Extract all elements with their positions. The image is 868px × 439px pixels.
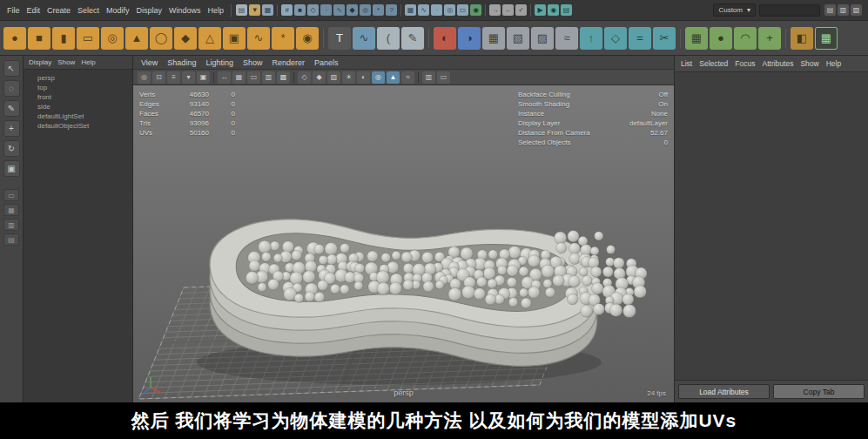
shelf-platonic-solid[interactable]: ◆ — [174, 27, 197, 50]
shelf-sculpt-smooth[interactable]: ◠ — [734, 27, 757, 50]
snap-point-icon[interactable]: ∙ — [431, 4, 442, 16]
film-gate-icon[interactable]: ▭ — [247, 71, 260, 84]
menu-select[interactable]: Select — [74, 4, 103, 17]
shelf-pencil-curve-tool[interactable]: ✎ — [401, 27, 424, 50]
snap-curve-icon[interactable]: ∿ — [418, 4, 429, 16]
screen-space-ao-icon[interactable]: ◎ — [372, 71, 385, 84]
shadows-icon[interactable]: ◐ — [357, 71, 370, 84]
shelf-sculpt-brush[interactable]: ● — [710, 27, 732, 50]
gate-mask-icon[interactable]: ▩ — [277, 71, 290, 84]
layout-hypershade[interactable]: ▤ — [3, 233, 19, 246]
snap-view-plane-icon[interactable]: ▭ — [457, 4, 468, 16]
vp-menu-panels[interactable]: Panels — [314, 58, 339, 67]
paint-select-tool[interactable]: ✎ — [3, 100, 20, 117]
shelf-poly-cone[interactable]: ▲ — [125, 27, 148, 50]
toggle-tool-settings-icon[interactable]: ▥ — [838, 4, 849, 16]
shelf-poly-cylinder[interactable]: ▮ — [52, 27, 75, 50]
shelf-bevel[interactable]: ◇ — [604, 27, 627, 50]
outliner-item-top[interactable]: top — [24, 83, 132, 92]
output-connections-icon[interactable]: ← — [502, 4, 514, 16]
menu-modify[interactable]: Modify — [103, 4, 133, 17]
image-plane-icon[interactable]: ▣ — [197, 71, 210, 84]
load-attributes-button[interactable]: Load Attributes — [678, 384, 770, 399]
mask-deformations-icon[interactable]: ◎ — [360, 4, 371, 16]
shelf-poly-disc[interactable]: ◯ — [150, 27, 172, 50]
vp-menu-lighting[interactable]: Lighting — [205, 58, 233, 67]
shelf-separate[interactable]: ▧ — [507, 27, 529, 50]
outliner-item-front[interactable]: front — [24, 92, 132, 102]
mask-surfaces-icon[interactable]: ◆ — [347, 4, 358, 16]
shelf-bridge[interactable]: = — [629, 27, 651, 50]
lasso-tool[interactable]: ◌ — [3, 80, 20, 97]
mask-points-icon[interactable]: ∙ — [320, 4, 332, 16]
render-frame-icon[interactable]: ▶ — [535, 4, 546, 16]
quick-select-input[interactable] — [759, 4, 820, 17]
shelf-smooth[interactable]: ≈ — [555, 27, 578, 50]
shelf-sculpt-grab[interactable]: + — [758, 27, 781, 50]
shelf-poly-torus[interactable]: ◎ — [101, 27, 124, 50]
outliner-menu-display[interactable]: Display — [29, 58, 51, 66]
textured-icon[interactable]: ▨ — [327, 71, 340, 84]
vp-menu-show[interactable]: Show — [243, 58, 263, 67]
menu-create[interactable]: Create — [44, 4, 74, 17]
lock-camera-icon[interactable]: ⊡ — [152, 71, 165, 84]
ae-menu-attributes[interactable]: Attributes — [762, 59, 793, 68]
input-connections-icon[interactable]: → — [489, 4, 501, 16]
motion-blur-icon[interactable]: ≈ — [401, 71, 414, 84]
snap-grid-icon[interactable]: ▦ — [405, 4, 416, 16]
resolution-gate-icon[interactable]: ▥ — [262, 71, 275, 84]
outliner-item-defaultObjectSet[interactable]: defaultObjectSet — [24, 121, 132, 131]
open-scene-icon[interactable]: ▼ — [249, 4, 260, 16]
save-scene-icon[interactable]: ▦ — [262, 4, 273, 16]
mask-dynamics-icon[interactable]: * — [373, 4, 384, 16]
shelf-ep-curve-tool[interactable]: ( — [377, 27, 400, 50]
shelf-mirror[interactable]: ◧ — [791, 27, 813, 50]
bookmarks-icon[interactable]: ▾ — [182, 71, 195, 84]
outliner-item-defaultLightSet[interactable]: defaultLightSet — [24, 111, 132, 121]
toggle-attribute-editor-icon[interactable]: ▤ — [824, 4, 836, 16]
move-tool[interactable]: + — [3, 120, 20, 137]
ae-menu-list[interactable]: List — [681, 59, 692, 68]
shelf-quad-draw[interactable]: ▦ — [685, 27, 708, 50]
copy-tab-button[interactable]: Copy Tab — [773, 384, 865, 399]
outliner-menu-help[interactable]: Help — [81, 58, 95, 66]
2d-pan-zoom-icon[interactable]: ↔ — [218, 71, 231, 84]
outliner-item-side[interactable]: side — [24, 102, 132, 111]
mask-curves-icon[interactable]: ∿ — [333, 4, 345, 16]
shelf-poly-helix[interactable]: ∿ — [247, 27, 270, 50]
select-tool[interactable]: ↖ — [3, 60, 20, 77]
mask-misc-icon[interactable]: ? — [386, 4, 397, 16]
scale-tool[interactable]: ▣ — [3, 160, 20, 177]
grid-toggle-icon[interactable]: ▦ — [232, 71, 246, 84]
ae-menu-focus[interactable]: Focus — [735, 59, 755, 68]
select-camera-icon[interactable]: ◎ — [138, 71, 151, 84]
outliner-menu-show[interactable]: Show — [57, 58, 75, 66]
new-scene-icon[interactable]: ▤ — [236, 4, 247, 16]
shelf-sweep-mesh[interactable]: ∿ — [353, 27, 375, 50]
shelf-poly-sphere[interactable]: ● — [3, 27, 26, 50]
layout-four-pane[interactable]: ▦ — [3, 204, 19, 216]
shelf-poly-text[interactable]: T — [328, 27, 351, 50]
snap-projected-center-icon[interactable]: ◎ — [444, 4, 455, 16]
menu-file[interactable]: File — [3, 4, 24, 17]
shelf-boolean-difference[interactable]: ◑ — [458, 27, 481, 50]
shelf-multi-cut[interactable]: ✂ — [653, 27, 676, 50]
select-hierarchy-icon[interactable]: # — [281, 4, 293, 16]
viewport-canvas[interactable]: Verts466300Edges931400Faces465700Tris930… — [133, 85, 674, 402]
shelf-poly-pipe[interactable]: ▣ — [223, 27, 246, 50]
xray-icon[interactable]: ▥ — [422, 71, 435, 84]
attribute-editor-body[interactable] — [675, 72, 868, 380]
ae-menu-show[interactable]: Show — [800, 59, 818, 68]
use-all-lights-icon[interactable]: ☀ — [342, 71, 355, 84]
shelf-fill-hole[interactable]: ▨ — [531, 27, 554, 50]
layout-single-pane[interactable]: ▭ — [3, 189, 19, 201]
shelf-soccer-ball[interactable]: ◉ — [296, 27, 319, 50]
toggle-channel-box-icon[interactable]: ▧ — [851, 4, 862, 16]
ae-menu-help[interactable]: Help — [826, 59, 841, 68]
ae-menu-selected[interactable]: Selected — [699, 59, 728, 68]
menu-windows[interactable]: Windows — [165, 4, 205, 17]
shaded-icon[interactable]: ◆ — [313, 71, 326, 84]
shelf-boolean-union[interactable]: ◐ — [434, 27, 456, 50]
rotate-tool[interactable]: ↻ — [3, 140, 20, 157]
select-component-icon[interactable]: ◇ — [307, 4, 319, 16]
